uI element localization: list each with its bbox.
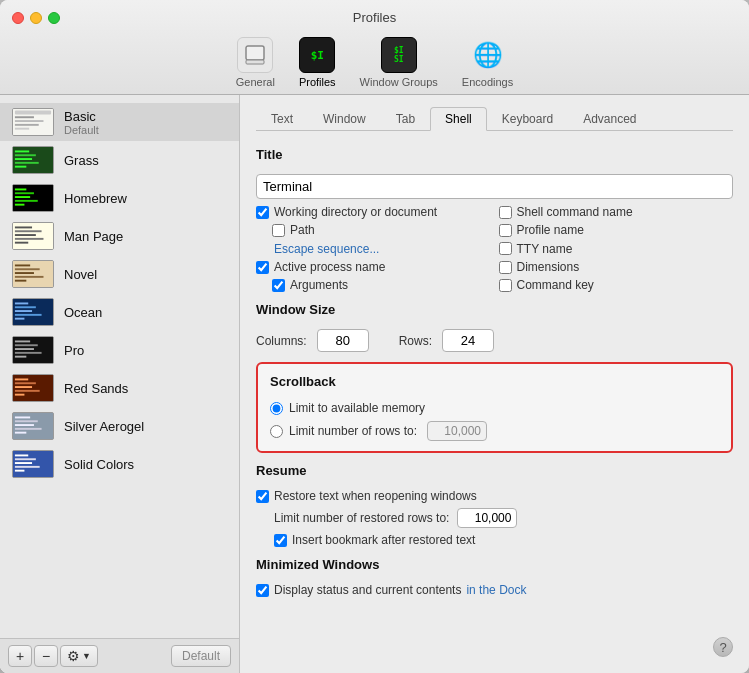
- profile-name-red-sands: Red Sands: [64, 381, 128, 396]
- main-panel: Text Window Tab Shell Keyboard Advanced …: [240, 95, 749, 673]
- profile-info-silver-aerogel: Silver Aerogel: [64, 419, 144, 434]
- scrollback-option2-label: Limit number of rows to:: [289, 424, 417, 438]
- sidebar-toolbar: + − ⚙ ▼ Default: [0, 638, 239, 673]
- tab-tab[interactable]: Tab: [381, 107, 430, 130]
- profile-name-man-page: Man Page: [64, 229, 123, 244]
- default-button[interactable]: Default: [171, 645, 231, 667]
- title-heading: Title: [256, 147, 733, 162]
- svg-rect-1: [246, 60, 264, 64]
- svg-rect-59: [15, 462, 32, 464]
- profile-list: Basic Default: [0, 103, 239, 638]
- toolbar-item-encodings[interactable]: 🌐 Encodings: [450, 33, 525, 88]
- checkbox-dimensions: Dimensions: [499, 260, 734, 274]
- profile-info-man-page: Man Page: [64, 229, 123, 244]
- profile-name-silver-aerogel: Silver Aerogel: [64, 419, 144, 434]
- restore-checkbox[interactable]: [256, 490, 269, 503]
- general-label: General: [236, 76, 275, 88]
- profile-item-red-sands[interactable]: Red Sands: [0, 369, 239, 407]
- profile-item-solid-colors[interactable]: Solid Colors: [0, 445, 239, 483]
- gear-menu-button[interactable]: ⚙ ▼: [60, 645, 98, 667]
- checkbox-active-process-label: Active process name: [274, 260, 385, 274]
- svg-rect-40: [15, 344, 38, 346]
- svg-rect-33: [15, 302, 28, 304]
- rows-input[interactable]: [442, 329, 494, 352]
- checkbox-profile-name-input[interactable]: [499, 224, 512, 237]
- svg-rect-47: [15, 386, 32, 388]
- tab-keyboard[interactable]: Keyboard: [487, 107, 568, 130]
- checkbox-shell-command-input[interactable]: [499, 206, 512, 219]
- profile-item-basic[interactable]: Basic Default: [0, 103, 239, 141]
- profile-item-man-page[interactable]: Man Page: [0, 217, 239, 255]
- restore-row: Restore text when reopening windows: [256, 489, 733, 503]
- remove-profile-button[interactable]: −: [34, 645, 58, 667]
- svg-rect-60: [15, 466, 40, 468]
- bookmark-checkbox[interactable]: [274, 534, 287, 547]
- profile-item-silver-aerogel[interactable]: Silver Aerogel: [0, 407, 239, 445]
- checkbox-working-dir-input[interactable]: [256, 206, 269, 219]
- limit-restored-input[interactable]: [457, 508, 517, 528]
- checkbox-path-input[interactable]: [272, 224, 285, 237]
- title-input[interactable]: [256, 174, 733, 199]
- checkbox-profile-name: Profile name: [499, 223, 734, 237]
- svg-rect-27: [15, 264, 30, 266]
- scrollback-option2-radio[interactable]: [270, 425, 283, 438]
- svg-rect-7: [15, 128, 29, 130]
- svg-rect-6: [15, 124, 39, 126]
- svg-rect-52: [15, 420, 38, 422]
- restore-label: Restore text when reopening windows: [274, 489, 477, 503]
- checkbox-tty-name: TTY name: [499, 241, 734, 256]
- checkbox-arguments-input[interactable]: [272, 279, 285, 292]
- checkbox-tty-name-input[interactable]: [499, 242, 512, 255]
- profile-item-homebrew[interactable]: Homebrew: [0, 179, 239, 217]
- tab-advanced[interactable]: Advanced: [568, 107, 651, 130]
- profile-info-pro: Pro: [64, 343, 84, 358]
- toolbar-item-window-groups[interactable]: $I SI Window Groups: [348, 33, 450, 88]
- sidebar: Basic Default: [0, 95, 240, 673]
- escape-sequence-link[interactable]: Escape sequence...: [274, 242, 379, 256]
- profile-info-homebrew: Homebrew: [64, 191, 127, 206]
- profile-info-red-sands: Red Sands: [64, 381, 128, 396]
- profile-thumb-homebrew: [12, 184, 54, 212]
- svg-rect-39: [15, 340, 30, 342]
- maximize-button[interactable]: [48, 12, 60, 24]
- tab-text[interactable]: Text: [256, 107, 308, 130]
- profile-item-novel[interactable]: Novel: [0, 255, 239, 293]
- checkbox-command-key-input[interactable]: [499, 279, 512, 292]
- svg-rect-21: [15, 226, 32, 228]
- scrollback-option1-radio[interactable]: [270, 402, 283, 415]
- profile-item-grass[interactable]: Grass: [0, 141, 239, 179]
- scrollback-heading: Scrollback: [270, 374, 719, 389]
- window-groups-label: Window Groups: [360, 76, 438, 88]
- minimized-row: Display status and current contents in t…: [256, 583, 733, 597]
- tab-window[interactable]: Window: [308, 107, 381, 130]
- svg-rect-30: [15, 276, 44, 278]
- checkbox-command-key: Command key: [499, 278, 734, 292]
- close-button[interactable]: [12, 12, 24, 24]
- add-profile-button[interactable]: +: [8, 645, 32, 667]
- checkbox-shell-command-label: Shell command name: [517, 205, 633, 219]
- profile-name-basic: Basic: [64, 109, 99, 124]
- minimized-section: Minimized Windows Display status and cur…: [256, 557, 733, 597]
- resume-section: Resume Restore text when reopening windo…: [256, 463, 733, 547]
- toolbar: General $I Profiles $I SI Window Groups: [224, 33, 525, 88]
- tab-shell[interactable]: Shell: [430, 107, 487, 131]
- checkbox-path-row: Path: [272, 223, 491, 237]
- help-button[interactable]: ?: [713, 637, 733, 657]
- checkbox-dimensions-input[interactable]: [499, 261, 512, 274]
- minimize-button[interactable]: [30, 12, 42, 24]
- toolbar-item-general[interactable]: General: [224, 33, 287, 88]
- minimized-checkbox[interactable]: [256, 584, 269, 597]
- profile-item-pro[interactable]: Pro: [0, 331, 239, 369]
- scrollback-limit-input[interactable]: [427, 421, 487, 441]
- checkbox-active-process-input[interactable]: [256, 261, 269, 274]
- toolbar-item-profiles[interactable]: $I Profiles: [287, 33, 348, 88]
- columns-input[interactable]: [317, 329, 369, 352]
- svg-rect-4: [15, 116, 34, 118]
- scrollback-option1-row: Limit to available memory: [270, 401, 719, 415]
- profile-info-grass: Grass: [64, 153, 99, 168]
- svg-rect-36: [15, 314, 42, 316]
- window-title: Profiles: [353, 10, 396, 25]
- svg-rect-41: [15, 348, 34, 350]
- resume-heading: Resume: [256, 463, 733, 478]
- profile-item-ocean[interactable]: Ocean: [0, 293, 239, 331]
